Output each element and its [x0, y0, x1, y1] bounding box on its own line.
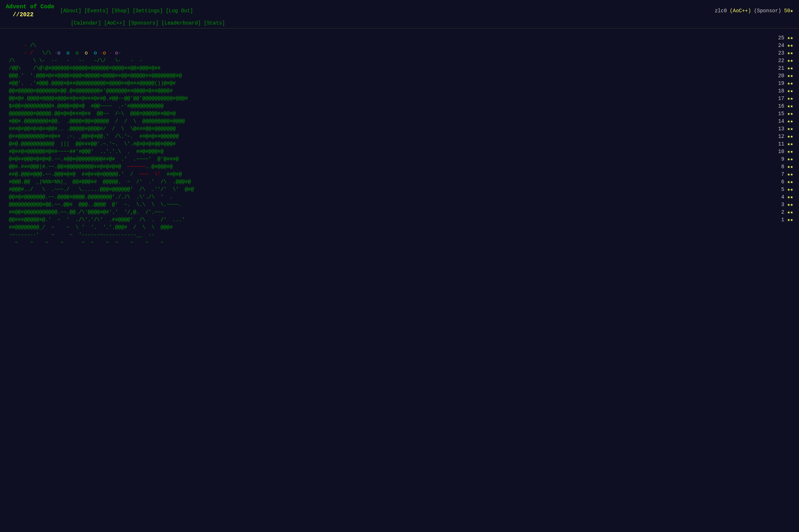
- nav-about[interactable]: [About]: [60, 8, 81, 15]
- day-stars-18: ★★: [787, 87, 793, 95]
- day-num-13: 13: [776, 125, 784, 133]
- day-num-19: 19: [776, 80, 784, 87]
- day-row-11: 11 ★★: [776, 140, 793, 148]
- day-num-9: 9: [776, 156, 784, 163]
- day-row-15: 15 ★★: [776, 110, 793, 118]
- aoc-plus[interactable]: (AoC++): [730, 8, 751, 15]
- year-label: //2022: [6, 12, 34, 18]
- day-row-19: 19 ★★: [776, 80, 793, 87]
- day-row-3: 3 ★★: [776, 201, 793, 209]
- day-stars-23: ★★: [787, 49, 793, 57]
- user-info: zlc0 (AoC++) (Sponsor) 50★: [715, 8, 793, 15]
- day-num-10: 10: [776, 148, 784, 156]
- day-stars-19: ★★: [787, 80, 793, 87]
- day-row-22: 22 ★★: [776, 57, 793, 65]
- day-stars-15: ★★: [787, 110, 793, 118]
- day-row-7: 7 ★★: [776, 171, 793, 178]
- nav-leaderboard[interactable]: [Leaderboard]: [161, 20, 201, 27]
- day-num-17: 17: [776, 95, 784, 103]
- nav-settings[interactable]: [Settings]: [133, 8, 163, 15]
- nav-logout[interactable]: [Log Out]: [166, 8, 193, 15]
- day-row-14: 14 ★★: [776, 118, 793, 125]
- nav-aocpp[interactable]: [AoC++]: [104, 20, 125, 27]
- day-stars-21: ★★: [787, 65, 793, 72]
- day-num-7: 7: [776, 171, 784, 178]
- nav-shop[interactable]: [Shop]: [111, 8, 129, 15]
- day-stars-5: ★★: [787, 186, 793, 193]
- nav-events[interactable]: [Events]: [84, 8, 108, 15]
- day-num-4: 4: [776, 193, 784, 201]
- day-row-13: 13 ★★: [776, 125, 793, 133]
- day-stars-8: ★★: [787, 163, 793, 171]
- day-stars-12: ★★: [787, 133, 793, 140]
- day-row-24: 24 ★★: [776, 42, 793, 49]
- day-num-24: 24: [776, 42, 784, 49]
- day-num-21: 21: [776, 65, 784, 72]
- day-num-22: 22: [776, 57, 784, 65]
- day-row-4: 4 ★★: [776, 193, 793, 201]
- day-row-5: 5 ★★: [776, 186, 793, 193]
- day-stars-17: ★★: [787, 95, 793, 103]
- day-row-23: 23 ★★: [776, 49, 793, 57]
- day-num-12: 12: [776, 133, 784, 140]
- day-stars-13: ★★: [787, 125, 793, 133]
- day-stars-16: ★★: [787, 103, 793, 110]
- day-stars-1: ★★: [787, 216, 793, 224]
- day-num-15: 15: [776, 110, 784, 118]
- day-stars-22: ★★: [787, 57, 793, 65]
- username: zlc0: [715, 8, 727, 15]
- main-content: - /\ - / \/\ -o o o o o -o - o- /\ \ \- …: [0, 29, 799, 254]
- day-num-18: 18: [776, 87, 784, 95]
- day-stars-2: ★★: [787, 209, 793, 216]
- day-row-10: 10 ★★: [776, 148, 793, 156]
- day-num-1: 1: [776, 216, 784, 224]
- day-stars-14: ★★: [787, 118, 793, 125]
- tree-art: - /\ - / \/\ -o o o o o -o - o- /\ \ \- …: [6, 34, 770, 254]
- nav-row2: [Calendar] [AoC++] [Sponsors] [Leaderboa…: [6, 20, 793, 27]
- day-num-25: 25: [776, 34, 784, 42]
- day-stars-3: ★★: [787, 201, 793, 209]
- day-num-20: 20: [776, 72, 784, 80]
- day-row-8: 8 ★★: [776, 163, 793, 171]
- day-num-3: 3: [776, 201, 784, 209]
- day-row-25: 25 ★★: [776, 34, 793, 42]
- calendar-area: - /\ - / \/\ -o o o o o -o - o- /\ \ \- …: [6, 34, 793, 254]
- day-num-23: 23: [776, 49, 784, 57]
- sponsor[interactable]: (Sponsor): [754, 8, 781, 15]
- day-row-12: 12 ★★: [776, 133, 793, 140]
- day-num-14: 14: [776, 118, 784, 125]
- day-stars-20: ★★: [787, 72, 793, 80]
- day-num-16: 16: [776, 103, 784, 110]
- day-row-1: 1 ★★: [776, 216, 793, 224]
- site-header: Advent of Code //2022 [About] [Events] […: [0, 0, 799, 29]
- day-stars-9: ★★: [787, 156, 793, 163]
- day-stars-4: ★★: [787, 193, 793, 201]
- day-row-21: 21 ★★: [776, 65, 793, 72]
- day-row-16: 16 ★★: [776, 103, 793, 110]
- day-num-11: 11: [776, 140, 784, 148]
- stars-count: 50★: [784, 8, 793, 15]
- day-num-5: 5: [776, 186, 784, 193]
- day-stars-24: ★★: [787, 42, 793, 49]
- nav-row1: Advent of Code //2022 [About] [Events] […: [6, 3, 793, 19]
- day-stars-25: ★★: [787, 34, 793, 42]
- site-title: Advent of Code //2022: [6, 3, 54, 19]
- day-stars-11: ★★: [787, 140, 793, 148]
- nav-calendar[interactable]: [Calendar]: [71, 20, 101, 27]
- day-row-18: 18 ★★: [776, 87, 793, 95]
- nav-sponsors[interactable]: [Sponsors]: [128, 20, 159, 27]
- day-row-6: 6 ★★: [776, 178, 793, 186]
- day-stars-10: ★★: [787, 148, 793, 156]
- days-list: 25 ★★ 24 ★★ 23 ★★ 22 ★★ 21 ★★ 20 ★★: [776, 34, 793, 224]
- day-stars-7: ★★: [787, 171, 793, 178]
- day-row-9: 9 ★★: [776, 156, 793, 163]
- day-num-2: 2: [776, 209, 784, 216]
- day-num-6: 6: [776, 178, 784, 186]
- day-row-20: 20 ★★: [776, 72, 793, 80]
- day-row-17: 17 ★★: [776, 95, 793, 103]
- day-row-2: 2 ★★: [776, 209, 793, 216]
- day-stars-6: ★★: [787, 178, 793, 186]
- nav-stats[interactable]: [Stats]: [204, 20, 225, 27]
- day-num-8: 8: [776, 163, 784, 171]
